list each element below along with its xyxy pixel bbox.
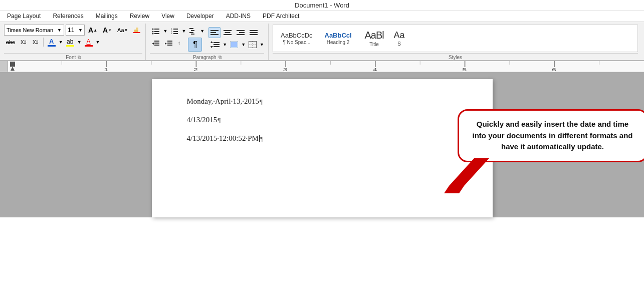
font-name-dropdown[interactable]: Times New Roman ▼ <box>4 25 64 36</box>
line-spacing-dropdown[interactable]: ▼ <box>223 42 227 47</box>
title-text: Document1 - Word <box>295 2 349 9</box>
svg-text:6: 6 <box>552 67 556 72</box>
menu-addins[interactable]: ADD-INS <box>224 12 253 21</box>
sort-button[interactable]: ↕ <box>176 38 187 49</box>
styles-section: AaBbCcDc ¶ No Spac... AaBbCcI Heading 2 … <box>269 24 641 60</box>
svg-rect-51 <box>10 62 15 67</box>
font-size-dropdown[interactable]: 11 ▼ <box>66 25 85 36</box>
style-heading2[interactable]: AaBbCcI Heading 2 <box>318 27 358 50</box>
borders-button[interactable] <box>247 39 259 50</box>
menu-page-layout[interactable]: Page Layout <box>5 12 43 21</box>
svg-rect-38 <box>250 32 258 33</box>
text-effects-button[interactable]: A <box>83 37 95 48</box>
menu-developer[interactable]: Developer <box>184 12 216 21</box>
svg-text:↕: ↕ <box>178 40 180 46</box>
svg-rect-25 <box>167 45 172 46</box>
svg-rect-4 <box>154 29 159 30</box>
svg-marker-41 <box>210 46 213 48</box>
style-extra[interactable]: Aa S <box>390 27 408 50</box>
svg-point-3 <box>152 28 154 30</box>
multilevel-dropdown[interactable]: ▼ <box>200 29 204 34</box>
font-color-button[interactable]: A <box>46 37 58 48</box>
svg-point-7 <box>152 33 154 34</box>
svg-rect-1 <box>136 28 138 30</box>
svg-rect-43 <box>213 44 220 45</box>
font-name-arrow: ▼ <box>57 28 62 33</box>
menu-review[interactable]: Review <box>128 12 151 21</box>
svg-rect-6 <box>154 31 159 32</box>
borders-dropdown[interactable]: ▼ <box>260 42 264 47</box>
font-dialog-launcher[interactable]: ⧉ <box>78 55 81 60</box>
title-bar: Document1 - Word <box>0 0 644 11</box>
text-effects-bar <box>85 45 93 47</box>
cursor <box>259 135 260 142</box>
subscript-button[interactable]: X2 <box>18 37 29 48</box>
shrink-font-button[interactable]: A▼ <box>101 25 114 36</box>
svg-marker-72 <box>444 186 464 193</box>
menu-references[interactable]: References <box>51 12 85 21</box>
bullets-dropdown[interactable]: ▼ <box>163 29 167 34</box>
menu-pdf-architect[interactable]: PDF Architect <box>261 12 301 21</box>
font-section: Times New Roman ▼ 11 ▼ A▲ A▼ Aa▼ abc X2 … <box>3 24 146 60</box>
numbering-dropdown[interactable]: ▼ <box>181 29 186 34</box>
paragraph-dialog-launcher[interactable]: ⧉ <box>219 55 222 60</box>
svg-rect-39 <box>250 34 258 35</box>
highlight-bar <box>66 45 74 47</box>
superscript-button[interactable]: X2 <box>30 37 41 48</box>
svg-rect-8 <box>154 33 159 34</box>
svg-text:4: 4 <box>372 67 377 72</box>
styles-section-label: Styles <box>273 53 638 60</box>
align-right-button[interactable] <box>235 27 247 38</box>
paragraph-section: ▼ 1.2.3. ▼ ▼ <box>146 24 269 60</box>
svg-rect-37 <box>250 30 258 31</box>
pilcrow-2: ¶ <box>218 116 221 124</box>
svg-rect-34 <box>237 30 245 31</box>
callout-container: Quickly and easily insert the date and t… <box>458 109 645 162</box>
svg-rect-29 <box>210 32 216 33</box>
style-title[interactable]: AaBl Title <box>359 27 389 50</box>
menu-view[interactable]: View <box>159 12 176 21</box>
highlight-dropdown-arrow[interactable]: ▼ <box>77 40 82 45</box>
svg-rect-18 <box>191 34 194 35</box>
highlight-button[interactable]: ab <box>64 37 76 48</box>
menu-mailings[interactable]: Mailings <box>94 12 120 21</box>
align-left-button[interactable] <box>208 27 221 38</box>
pilcrow-1: ¶ <box>260 98 263 106</box>
style-normal[interactable]: AaBbCcDc ¶ No Spac... <box>276 27 317 50</box>
svg-rect-15 <box>189 28 193 29</box>
font-color-dropdown-arrow[interactable]: ▼ <box>59 40 63 45</box>
svg-rect-21 <box>154 45 159 46</box>
bullets-button[interactable] <box>150 26 162 37</box>
line-spacing-button[interactable] <box>208 39 222 50</box>
svg-marker-71 <box>449 158 489 186</box>
text-effects-dropdown-arrow[interactable]: ▼ <box>96 40 100 45</box>
shading-button[interactable] <box>228 39 240 50</box>
ruler: 1 2 3 4 5 6 <box>0 61 644 72</box>
decrease-indent-button[interactable] <box>150 38 162 49</box>
doc-line-2: 4/13/2015 ¶ <box>187 116 458 124</box>
doc-line-2-text: 4/13/2015 <box>187 116 218 124</box>
svg-rect-14 <box>173 33 178 34</box>
grow-font-button[interactable]: A▲ <box>86 25 99 36</box>
clear-formatting-button[interactable] <box>131 25 142 36</box>
svg-rect-28 <box>210 30 219 31</box>
svg-rect-36 <box>237 34 245 35</box>
show-hide-button[interactable]: ¶ <box>188 38 202 52</box>
shading-dropdown[interactable]: ▼ <box>241 42 246 47</box>
font-size-arrow: ▼ <box>78 28 83 33</box>
multilevel-button[interactable] <box>187 26 199 37</box>
svg-marker-50 <box>11 67 15 71</box>
svg-text:2: 2 <box>193 67 198 72</box>
numbering-button[interactable]: 1.2.3. <box>168 26 180 37</box>
svg-text:3.: 3. <box>171 32 172 35</box>
font-section-label: Font ⧉ <box>4 53 142 60</box>
page[interactable]: Monday,·April·13,·2015 ¶ 4/13/2015 ¶ 4/1… <box>152 79 493 217</box>
change-case-button[interactable]: Aa▼ <box>115 25 130 36</box>
doc-line-3: 4/13/2015·12:00:52·PM ¶ <box>187 134 458 143</box>
increase-indent-button[interactable] <box>163 38 175 49</box>
align-center-button[interactable] <box>222 27 234 38</box>
svg-marker-22 <box>152 43 154 45</box>
strikethrough-button[interactable]: abc <box>4 37 17 48</box>
ribbon: Times New Roman ▼ 11 ▼ A▲ A▼ Aa▼ abc X2 … <box>0 22 644 61</box>
justify-button[interactable] <box>248 27 260 38</box>
